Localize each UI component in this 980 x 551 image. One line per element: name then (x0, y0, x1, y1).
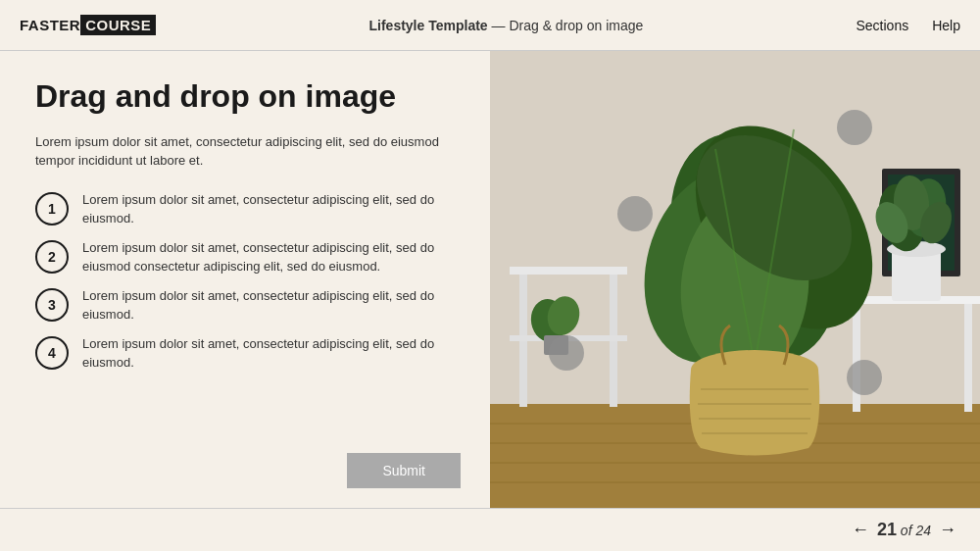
help-nav[interactable]: Help (932, 18, 960, 33)
of-text: of (901, 523, 916, 538)
svg-rect-13 (964, 304, 972, 412)
svg-rect-12 (853, 304, 860, 412)
logo-faster: FASTER (20, 17, 80, 33)
number-circle-3: 3 (35, 288, 69, 322)
template-name: Lifestyle Template (369, 18, 488, 33)
plant-scene-svg (490, 51, 980, 508)
list-item: 1 Lorem ipsum dolor sit amet, consectetu… (35, 190, 461, 228)
header-title: Lifestyle Template — Drag & drop on imag… (369, 18, 644, 33)
prev-page-button[interactable]: ← (852, 520, 869, 540)
item-text-4: Lorem ipsum dolor sit amet, consectetur … (82, 334, 461, 373)
item-text-3: Lorem ipsum dolor sit amet, consectetur … (82, 286, 461, 325)
item-text-1: Lorem ipsum dolor sit amet, consectetur … (82, 190, 461, 228)
number-circle-2: 2 (35, 240, 69, 274)
current-page: 21 (877, 520, 897, 539)
page-info: 21 of 24 (877, 520, 931, 540)
hotspot-3[interactable] (549, 335, 584, 371)
header-nav: Sections Help (857, 18, 961, 33)
submit-area: Submit (35, 443, 461, 488)
title-separator: — (492, 18, 506, 33)
number-circle-1: 1 (35, 192, 69, 225)
list-item: 4 Lorem ipsum dolor sit amet, consectetu… (35, 334, 461, 373)
next-page-button[interactable]: → (939, 520, 956, 540)
title-subtitle: Drag & drop on image (509, 18, 643, 33)
numbered-list: 1 Lorem ipsum dolor sit amet, consectetu… (35, 190, 461, 443)
main-content: Drag and drop on image Lorem ipsum dolor… (0, 51, 980, 508)
total-pages: 24 (915, 523, 931, 538)
hotspot-2[interactable] (617, 196, 653, 231)
list-item: 2 Lorem ipsum dolor sit amet, consectetu… (35, 238, 461, 276)
svg-rect-7 (510, 267, 627, 275)
hotspot-1[interactable] (837, 110, 872, 145)
page-title: Drag and drop on image (35, 78, 461, 115)
number-circle-4: 4 (35, 336, 69, 370)
sections-nav[interactable]: Sections (857, 18, 909, 33)
footer: ← 21 of 24 → (0, 508, 980, 551)
item-text-2: Lorem ipsum dolor sit amet, consectetur … (82, 238, 461, 276)
list-item: 3 Lorem ipsum dolor sit amet, consectetu… (35, 286, 461, 325)
left-panel: Drag and drop on image Lorem ipsum dolor… (0, 51, 490, 508)
logo-course: COURSE (80, 15, 156, 35)
right-panel (490, 51, 980, 508)
plant-image (490, 51, 980, 508)
footer-navigation: ← 21 of 24 → (852, 520, 956, 540)
logo: FASTERCOURSE (20, 15, 156, 35)
submit-button[interactable]: Submit (347, 453, 461, 488)
hotspot-4[interactable] (847, 360, 882, 395)
intro-text: Lorem ipsum dolor sit amet, consectetur … (35, 132, 461, 171)
header: FASTERCOURSE Lifestyle Template — Drag &… (0, 0, 980, 51)
